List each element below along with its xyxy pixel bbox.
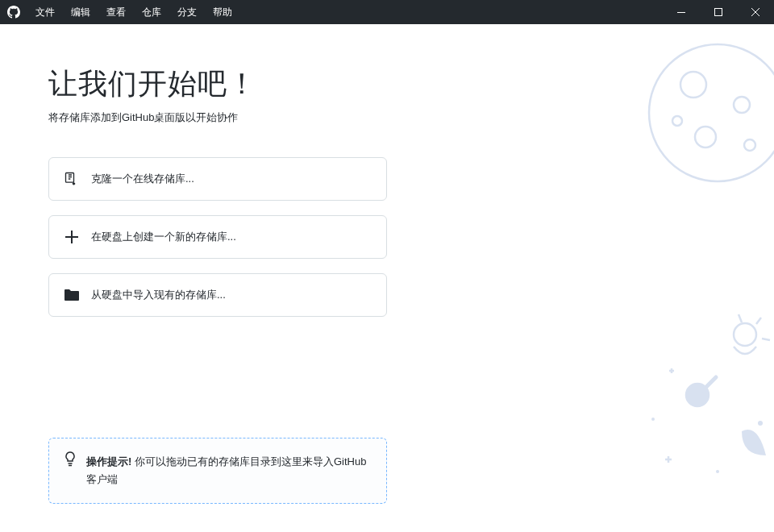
svg-point-12 <box>651 418 655 421</box>
svg-point-8 <box>672 116 682 126</box>
svg-point-7 <box>744 139 755 151</box>
add-repository-button[interactable]: 从硬盘中导入现有的存储库... <box>48 273 387 317</box>
title-bar: 文件 编辑 查看 仓库 分支 帮助 <box>0 0 774 24</box>
svg-rect-0 <box>677 12 685 13</box>
folder-icon <box>64 289 80 301</box>
lightbulb-icon <box>64 451 77 471</box>
tip-strong: 操作提示! <box>86 455 131 468</box>
welcome-screen: 让我们开始吧！ 将存储库添加到GitHub桌面版以开始协作 克隆一个在线存储库.… <box>0 24 774 532</box>
svg-point-5 <box>734 97 750 113</box>
github-logo-icon <box>0 0 27 24</box>
svg-point-6 <box>695 127 716 148</box>
space-decoration <box>532 290 774 532</box>
maximize-button[interactable] <box>700 0 737 24</box>
menu-file[interactable]: 文件 <box>27 0 63 24</box>
svg-rect-2 <box>66 173 74 183</box>
clone-icon <box>64 171 80 187</box>
main-menu: 文件 编辑 查看 仓库 分支 帮助 <box>27 0 240 24</box>
menu-edit[interactable]: 编辑 <box>63 0 98 24</box>
tip-text: 操作提示! 你可以拖动已有的存储库目录到这里来导入GitHub客户端 <box>86 453 372 488</box>
svg-point-11 <box>716 470 719 473</box>
create-repository-button[interactable]: 在硬盘上创建一个新的存储库... <box>48 215 387 259</box>
svg-point-4 <box>680 72 706 98</box>
minimize-button[interactable] <box>663 0 700 24</box>
svg-point-3 <box>649 44 774 181</box>
close-button[interactable] <box>737 0 774 24</box>
moon-illustration <box>637 32 774 193</box>
menu-repository[interactable]: 仓库 <box>134 0 169 24</box>
action-list: 克隆一个在线存储库... 在硬盘上创建一个新的存储库... 从硬盘中导入现有的存… <box>48 157 387 317</box>
clone-repository-button[interactable]: 克隆一个在线存储库... <box>48 157 387 201</box>
menu-view[interactable]: 查看 <box>98 0 134 24</box>
svg-point-10 <box>758 421 763 426</box>
menu-branch[interactable]: 分支 <box>169 0 205 24</box>
window-controls <box>663 0 774 24</box>
menu-help[interactable]: 帮助 <box>205 0 240 24</box>
svg-rect-1 <box>715 9 722 16</box>
plus-icon <box>64 230 80 244</box>
clone-label: 克隆一个在线存储库... <box>91 172 194 186</box>
pro-tip-box: 操作提示! 你可以拖动已有的存储库目录到这里来导入GitHub客户端 <box>48 438 387 504</box>
create-label: 在硬盘上创建一个新的存储库... <box>91 230 236 244</box>
add-label: 从硬盘中导入现有的存储库... <box>91 288 226 302</box>
